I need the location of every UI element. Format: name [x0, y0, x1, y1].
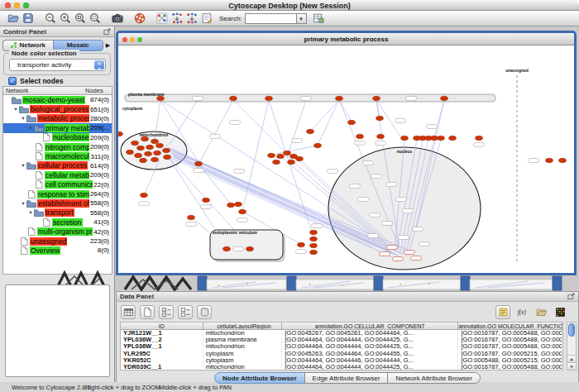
network-window-titlebar[interactable]: primary metabolic process — [118, 33, 574, 45]
zoom-selected-icon[interactable] — [88, 12, 103, 26]
expand-arrow-icon[interactable]: ▼ — [20, 116, 26, 121]
tree-item[interactable]: nucleobase-209(0) — [3, 133, 112, 142]
expand-arrow-icon[interactable]: ▼ — [12, 107, 19, 112]
scrollbar-thumb[interactable] — [568, 323, 575, 337]
unselect-attributes-icon[interactable] — [178, 305, 193, 319]
network-node[interactable] — [376, 116, 384, 120]
tab-overflow-icon[interactable]: ▶ — [103, 40, 112, 51]
network-node[interactable] — [307, 129, 314, 133]
table-row[interactable]: YKR052Ccytoplasm[GO:0044464, GO:0044446,… — [121, 357, 562, 364]
column-header[interactable]: annotation.GO MOLECULAR_FUNCTION — [458, 323, 562, 330]
tree-item[interactable]: multi-organism pro42(0) — [3, 227, 112, 236]
network-node[interactable] — [132, 141, 139, 145]
network-node[interactable] — [373, 96, 380, 100]
tree-item[interactable]: cellular metabo209(0) — [3, 170, 112, 179]
layout-alt-tool-icon[interactable] — [184, 12, 199, 26]
network-node[interactable] — [156, 143, 164, 147]
tree-item[interactable]: unassigned223(0) — [3, 237, 112, 246]
vizmapper-network-icon[interactable] — [155, 12, 170, 26]
network-node[interactable] — [438, 136, 445, 140]
tree-item[interactable]: macromolecule311(0) — [3, 151, 112, 160]
network-node[interactable] — [163, 148, 170, 152]
table-row[interactable]: YJR121W__1mitochondrion[GO:0045267, GO:0… — [121, 330, 562, 337]
network-node[interactable] — [151, 157, 159, 161]
tab-edge-attribute-browser[interactable]: Edge Attribute Browser — [304, 372, 389, 384]
network-node[interactable] — [246, 246, 254, 251]
table-scrollbar[interactable]: ▲ ▼ — [567, 322, 577, 370]
network-node[interactable] — [137, 146, 145, 150]
network-node[interactable] — [310, 230, 318, 234]
network-node[interactable] — [141, 193, 148, 197]
network-node[interactable] — [314, 143, 322, 147]
expand-arrow-icon[interactable]: ▼ — [27, 126, 34, 131]
network-node[interactable] — [277, 154, 285, 158]
zoom-out-icon[interactable] — [43, 12, 58, 26]
column-header[interactable]: annotation.GO CELLULAR_COMPONENT — [282, 323, 458, 330]
network-node[interactable] — [356, 134, 364, 138]
network-node[interactable] — [164, 155, 171, 159]
network-node[interactable] — [559, 158, 567, 162]
tree-item[interactable]: ▼establishment of lo558(0) — [3, 198, 112, 208]
network-node[interactable] — [239, 209, 246, 213]
tree-column-nodes[interactable]: Nodes — [85, 87, 112, 94]
import-attributes-icon[interactable] — [495, 305, 510, 319]
save-session-icon[interactable] — [21, 12, 36, 26]
expand-arrow-icon[interactable]: ▼ — [27, 210, 34, 215]
zoom-in-icon[interactable] — [58, 12, 73, 26]
tree-item[interactable]: response to stimulu264(0) — [3, 189, 112, 198]
network-node[interactable] — [476, 136, 483, 140]
annotation-icon[interactable] — [199, 12, 214, 26]
zoom-fit-icon[interactable] — [73, 12, 88, 26]
tree-item[interactable]: Overview8(0) — [3, 246, 112, 255]
tree-column-network[interactable]: Network — [3, 87, 85, 94]
network-node[interactable] — [268, 153, 275, 157]
network-node[interactable] — [288, 160, 295, 164]
layout-tool-icon[interactable] — [170, 12, 184, 26]
table-row[interactable]: YLR295Ccytoplasm[GO:0045263, GO:0044464,… — [121, 351, 562, 357]
scroll-up-icon[interactable]: ▲ — [567, 355, 576, 362]
table-row[interactable]: YPL036W__2plasma membrane[GO:0044464, GO… — [121, 337, 562, 343]
network-node[interactable] — [195, 161, 203, 165]
float-panel-icon[interactable] — [103, 28, 111, 36]
network-node[interactable] — [266, 96, 273, 100]
search-input[interactable] — [245, 13, 296, 24]
network-node[interactable] — [118, 131, 122, 136]
tree-item[interactable]: ▼transport558(0) — [3, 208, 112, 218]
column-header[interactable]: ID — [121, 323, 203, 330]
network-node[interactable] — [401, 136, 409, 140]
node-color-dropdown[interactable]: transporter activity ▲▼ — [9, 59, 106, 71]
network-node[interactable] — [431, 136, 438, 140]
network-node[interactable] — [336, 96, 343, 100]
network-node[interactable] — [273, 160, 280, 164]
close-view-icon[interactable] — [122, 37, 127, 42]
zoom-view-icon[interactable] — [137, 37, 142, 42]
network-node[interactable] — [145, 151, 152, 155]
network-node[interactable] — [135, 153, 142, 157]
network-canvas[interactable]: plasma membrane cytoplasm mitochondrion … — [118, 45, 574, 273]
heatmap-matrix-icon[interactable] — [553, 305, 567, 319]
expand-arrow-icon[interactable]: ▼ — [20, 163, 26, 168]
select-nodes-checkbox[interactable]: ✓ — [8, 77, 17, 85]
network-node[interactable] — [223, 246, 231, 251]
minimize-view-icon[interactable] — [130, 37, 135, 42]
tree-item[interactable]: ▼primary metabol209(... — [3, 123, 112, 132]
expand-arrow-icon[interactable]: ▼ — [20, 201, 26, 206]
birds-eye-view[interactable] — [5, 284, 110, 377]
network-node[interactable] — [146, 145, 154, 149]
tree-item[interactable]: cell communicat22(0) — [3, 180, 112, 189]
network-node[interactable] — [449, 136, 457, 140]
network-node[interactable] — [151, 139, 159, 143]
import-table-icon[interactable] — [311, 12, 326, 26]
network-node[interactable] — [441, 96, 448, 100]
tree-item[interactable]: nitrogen compo209(0) — [3, 142, 112, 151]
open-session-icon[interactable] — [6, 12, 21, 26]
load-attributes-folder-icon[interactable] — [534, 305, 548, 319]
tree-item[interactable]: secretion41(0) — [3, 218, 112, 227]
network-node[interactable] — [188, 215, 195, 219]
network-node[interactable] — [348, 120, 356, 124]
tree-item[interactable]: mosaic-demo-yeast874(0) — [3, 95, 112, 104]
network-node[interactable] — [296, 156, 304, 160]
network-node[interactable] — [310, 250, 318, 254]
scroll-down-icon[interactable]: ▼ — [567, 362, 576, 370]
network-node[interactable] — [310, 243, 318, 247]
